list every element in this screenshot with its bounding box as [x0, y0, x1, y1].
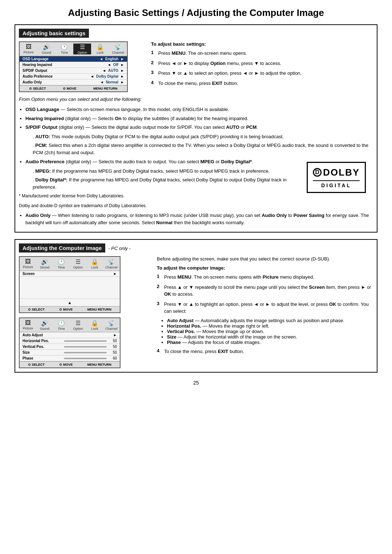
section-computer-image: Adjusting the Computer Image - PC only -… — [15, 239, 377, 373]
comp-step-2-text: Press ▲ or ▼ repeatedly to scroll the me… — [164, 284, 373, 298]
bullet-osd: OSD Language — Selects on-screen menus l… — [25, 106, 373, 113]
adjust-row-auto: Auto Adjust ► — [20, 332, 120, 338]
screen-icon-option: ☰Option — [70, 258, 86, 269]
adjust-icon-picture: 🖼Picture — [20, 320, 36, 331]
option-hpos: Horizontal Pos. — Moves the image right … — [167, 323, 373, 329]
step-1-text: Press MENU. The on-screen menu opens. — [158, 50, 373, 57]
bullet-hearing: Hearing Impaired (digital only) — Select… — [25, 115, 373, 122]
menu-icon-option: ☰Option — [73, 44, 91, 54]
menu-icons-row: 🖼Picture 🔊Sound 🕐Time ☰Option 🔒Lock — [20, 42, 127, 56]
step-3-num: 3 — [151, 70, 155, 77]
option-vpos: Vertical Pos. — Moves the image up or do… — [167, 329, 373, 334]
menu-icons-screen: 🖼Picture 🔊Sound 🕐Time ☰Option 🔒Lock 📡Cha… — [20, 257, 120, 271]
menu-row-hearing: Hearing Impaired ◄ Off ► — [20, 62, 127, 68]
comp-step-2: 2 Press ▲ or ▼ repeatedly to scroll the … — [157, 284, 373, 298]
step-2-num: 2 — [151, 60, 155, 67]
step-2-text: Press ◄ or ► to display Option menu, pre… — [158, 60, 373, 67]
comp-step-2-num: 2 — [157, 284, 161, 298]
step-4-text: To close the menu, press EXIT button. — [158, 80, 373, 87]
menu-icon-picture: 🖼Picture — [20, 44, 37, 54]
adjust-menu-footer: ⊙ SELECT ⊙ MOVE MENU RETURN — [20, 361, 120, 368]
menu-adjust: 🖼Picture 🔊Sound 🕐Time ☰Option 🔒Lock 📡Cha… — [19, 317, 121, 368]
basic-settings-left: 🖼Picture 🔊Sound 🕐Time ☰Option 🔒Lock — [19, 41, 142, 92]
menu-mockup-option: 🖼Picture 🔊Sound 🕐Time ☰Option 🔒Lock — [19, 41, 128, 92]
bullet-spdif: S/PDIF Output (digital only) — Selects t… — [25, 124, 373, 131]
menu-footer: ⊙ SELECT ⊙ MOVE MENU RETURN — [20, 85, 127, 91]
menu-row-osd: OSD Language ◄ English ► — [20, 56, 127, 62]
screen-row: Screen ► — [20, 271, 120, 277]
adjust-computer-title: To adjust the computer image: — [157, 265, 373, 271]
dolby-logo: D DOLBY DIGITAL — [307, 162, 366, 193]
comp-step-4: 4 To close the menu, press EXIT button. — [157, 348, 373, 355]
menu-icon-channel: 📡Channel — [109, 44, 127, 54]
dolby-dd-symbol: D — [313, 168, 322, 177]
adjust-icon-sound: 🔊Sound — [36, 320, 53, 331]
menu-row-audio-pref: Audio Preference ◄ Dolby Digital ► — [20, 74, 127, 79]
adjust-icon-lock: 🔒Lock — [86, 320, 103, 331]
section-computer-header: Adjusting the Computer Image — [19, 243, 105, 253]
adjust-icon-time: 🕐Time — [53, 320, 70, 331]
page-title: Adjusting Basic Settings / Adjusting the… — [15, 7, 377, 19]
comp-step-4-text: To close the menu, press EXIT button. — [164, 348, 373, 355]
bottom-section: 🖼Picture 🔊Sound 🕐Time ☰Option 🔒Lock 📡Cha… — [19, 256, 373, 368]
screen-icon-sound: 🔊Sound — [36, 258, 53, 269]
step-4-num: 4 — [151, 80, 155, 87]
bullet-audio-only: Audio Only — When listening to radio pro… — [25, 212, 373, 226]
italic-intro: From Option menu you can select and adju… — [19, 96, 373, 103]
section-basic-settings: Adjusting basic settings 🖼Picture 🔊Sound… — [15, 24, 377, 233]
sub-pcm: . PCM: Select this when a 2ch digital st… — [33, 142, 373, 156]
steps-list: 1 Press MENU. The on-screen menu opens. … — [151, 50, 373, 87]
option-size: Size — Adjust the horizontal width of th… — [167, 334, 373, 340]
before-text: Before adjusting the screen, make sure t… — [157, 256, 373, 262]
step-4: 4 To close the menu, press EXIT button. — [151, 80, 373, 87]
step-3-text: Press ▼ or ▲ to select an option, press … — [158, 70, 373, 77]
basic-settings-right: To adjust basic settings: 1 Press MENU. … — [151, 41, 373, 92]
menu-row-audio-only: Audio Only ◄ Normal ► — [20, 79, 127, 85]
screen-icon-lock: 🔒Lock — [86, 258, 103, 269]
menu-icons-adjust: 🖼Picture 🔊Sound 🕐Time ☰Option 🔒Lock 📡Cha… — [20, 318, 120, 332]
screen-icon-time: 🕐Time — [53, 258, 70, 269]
menu-row-spdif: S/PDIF Output ◄ AUTO ► — [20, 68, 127, 74]
section-basic-settings-header: Adjusting basic settings — [19, 29, 89, 38]
content-body: From Option menu you can select and adju… — [19, 96, 373, 226]
pc-only-label: - PC only - — [108, 246, 130, 251]
menu-rows: OSD Language ◄ English ► Hearing Impaire… — [20, 56, 127, 85]
footnote1: * Manufactured under license from Dolby … — [19, 193, 373, 200]
option-phase: Phase — Adjusts the focus of stable imag… — [167, 340, 373, 345]
comp-step-3-text: Press ▼ or ▲ to highlight an option, pre… — [164, 301, 373, 315]
adjust-basic-title: To adjust basic settings: — [151, 41, 373, 47]
footnote2: Dolby and double-D symbol are trademarks… — [19, 202, 373, 209]
screen-icon-channel: 📡Channel — [103, 258, 120, 269]
comp-step-4-num: 4 — [157, 348, 161, 355]
step-2: 2 Press ◄ or ► to display Option menu, p… — [151, 60, 373, 67]
computer-right: Before adjusting the screen, make sure t… — [157, 256, 373, 368]
adjust-row-vpos: Vertical Pos. 50 — [20, 344, 120, 350]
comp-step-1-text: Press MENU. The on-screen menu opens wit… — [164, 274, 373, 281]
adjust-row-size: Size 50 — [20, 350, 120, 356]
step-1: 1 Press MENU. The on-screen menu opens. — [151, 50, 373, 57]
step-3: 3 Press ▼ or ▲ to select an option, pres… — [151, 70, 373, 77]
comp-step-1-num: 1 — [157, 274, 161, 281]
adjust-row-hpos: Horizontal Pos. 50 — [20, 338, 120, 344]
comp-step-3-num: 3 — [157, 301, 161, 315]
page-number: 25 — [15, 380, 377, 386]
comp-step-3: 3 Press ▼ or ▲ to highlight an option, p… — [157, 301, 373, 315]
computer-left: 🖼Picture 🔊Sound 🕐Time ☰Option 🔒Lock 📡Cha… — [19, 256, 150, 368]
step-1-num: 1 — [151, 50, 155, 57]
menu-icon-lock: 🔒Lock — [91, 44, 109, 54]
screen-menu-rows: Screen ► ▲ — [20, 271, 120, 306]
adjust-icon-channel: 📡Channel — [103, 320, 120, 331]
screen-icon-picture: 🖼Picture — [20, 258, 36, 269]
adjust-row-phase: Phase 60 — [20, 356, 120, 361]
option-auto-adjust: Auto Adjust — Automatically adjusts the … — [167, 318, 373, 323]
menu-screen: 🖼Picture 🔊Sound 🕐Time ☰Option 🔒Lock 📡Cha… — [19, 256, 121, 313]
menu-icon-sound: 🔊Sound — [37, 44, 55, 54]
adjust-menu-rows: Auto Adjust ► Horizontal Pos. 50 Vertica… — [20, 332, 120, 361]
menu-icon-time: 🕐Time — [56, 44, 73, 54]
screen-menu-footer: ⊙ SELECT ⊙ MOVE MENU RETURN — [20, 306, 120, 312]
dolby-product: DIGITAL — [313, 180, 360, 190]
adjust-icon-option: ☰Option — [70, 320, 86, 331]
sub-auto: . AUTO: This mode outputs Dolby Digital … — [33, 133, 373, 140]
dolby-brand: DOLBY — [323, 165, 360, 180]
computer-steps: 1 Press MENU. The on-screen menu opens w… — [157, 274, 373, 315]
